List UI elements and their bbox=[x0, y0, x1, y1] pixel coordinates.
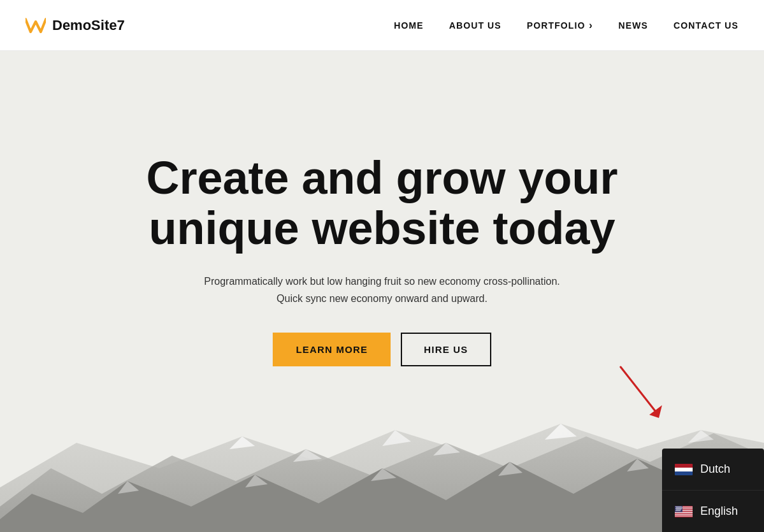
svg-rect-26 bbox=[675, 512, 693, 512]
svg-point-51 bbox=[680, 509, 681, 510]
nav-news[interactable]: NEWS bbox=[619, 20, 648, 31]
svg-point-50 bbox=[679, 509, 679, 510]
svg-point-40 bbox=[679, 507, 679, 508]
svg-rect-31 bbox=[675, 516, 693, 517]
svg-point-53 bbox=[677, 510, 677, 510]
nav-contact[interactable]: CONTACT US bbox=[674, 20, 739, 31]
arrow-annotation bbox=[614, 364, 665, 424]
svg-rect-16 bbox=[675, 464, 693, 468]
hero-buttons: LEARN MORE HIRE US bbox=[273, 333, 491, 366]
svg-rect-29 bbox=[675, 514, 693, 515]
svg-point-33 bbox=[675, 506, 676, 507]
svg-point-38 bbox=[676, 507, 677, 508]
svg-rect-17 bbox=[675, 468, 693, 471]
svg-point-35 bbox=[678, 506, 679, 507]
main-nav: HOME ABOUT US PORTFOLIO NEWS CONTACT US bbox=[394, 20, 739, 31]
svg-point-34 bbox=[677, 506, 677, 507]
svg-point-55 bbox=[679, 510, 680, 510]
lang-english[interactable]: English bbox=[662, 491, 764, 532]
hire-us-button[interactable]: HIRE US bbox=[401, 333, 491, 366]
logo-icon bbox=[25, 17, 46, 34]
svg-point-39 bbox=[677, 507, 678, 508]
svg-point-43 bbox=[675, 508, 676, 508]
english-label: English bbox=[700, 505, 738, 518]
svg-rect-18 bbox=[675, 471, 693, 475]
hero-content: Create and grow your unique website toda… bbox=[0, 51, 764, 532]
dutch-flag-icon bbox=[675, 464, 693, 475]
svg-point-45 bbox=[678, 508, 679, 508]
language-dropdown: Dutch bbox=[662, 449, 764, 532]
site-header: DemoSite7 HOME ABOUT US PORTFOLIO NEWS C… bbox=[0, 0, 764, 51]
nav-home[interactable]: HOME bbox=[394, 20, 423, 31]
nav-about[interactable]: ABOUT US bbox=[449, 20, 501, 31]
svg-point-54 bbox=[678, 510, 679, 510]
nav-portfolio[interactable]: PORTFOLIO bbox=[527, 20, 593, 31]
logo-area[interactable]: DemoSite7 bbox=[25, 17, 125, 34]
hero-subtitle: Programmatically work but low hanging fr… bbox=[191, 273, 573, 307]
svg-rect-27 bbox=[675, 513, 693, 514]
us-flag-icon bbox=[675, 506, 693, 517]
svg-point-37 bbox=[681, 506, 681, 507]
svg-point-49 bbox=[677, 509, 678, 510]
svg-point-44 bbox=[677, 508, 677, 508]
lang-dutch[interactable]: Dutch bbox=[662, 449, 764, 491]
svg-point-47 bbox=[681, 508, 681, 508]
dutch-label: Dutch bbox=[700, 463, 730, 476]
svg-point-52 bbox=[675, 510, 676, 510]
svg-point-41 bbox=[680, 507, 681, 508]
svg-point-48 bbox=[676, 509, 677, 510]
svg-line-14 bbox=[621, 367, 656, 412]
logo-text: DemoSite7 bbox=[52, 17, 125, 34]
svg-point-36 bbox=[679, 506, 680, 507]
svg-rect-30 bbox=[675, 515, 693, 516]
learn-more-button[interactable]: LEARN MORE bbox=[273, 333, 391, 366]
svg-point-46 bbox=[679, 508, 680, 508]
hero-title: Create and grow your unique website toda… bbox=[96, 153, 669, 254]
hero-section: Create and grow your unique website toda… bbox=[0, 51, 764, 532]
svg-rect-28 bbox=[675, 514, 693, 514]
svg-point-42 bbox=[681, 507, 682, 508]
